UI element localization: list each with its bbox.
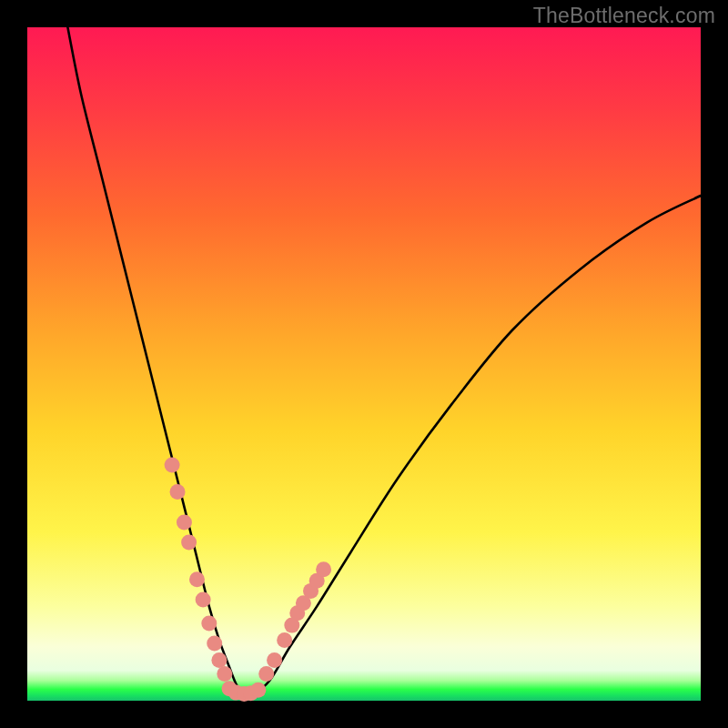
highlight-dot — [189, 571, 205, 587]
highlight-dot — [177, 514, 192, 530]
highlight-dot — [250, 682, 266, 698]
plot-area — [27, 27, 701, 701]
bottleneck-curve — [67, 27, 701, 695]
watermark-text: TheBottleneck.com — [533, 4, 715, 28]
highlight-dot — [207, 636, 222, 652]
highlight-dot — [258, 666, 274, 682]
chart-svg — [27, 27, 701, 701]
chart-frame: TheBottleneck.com — [0, 0, 728, 728]
highlight-dots-bottom — [222, 681, 267, 702]
highlight-dot — [211, 652, 227, 668]
highlight-dot — [316, 561, 331, 577]
highlight-dot — [267, 652, 282, 668]
highlight-dot — [277, 632, 292, 648]
highlight-dots-right — [258, 561, 331, 682]
highlight-dot — [217, 666, 232, 682]
highlight-dot — [165, 458, 180, 473]
highlight-dot — [181, 535, 197, 551]
highlight-dot — [170, 484, 186, 500]
highlight-dot — [196, 592, 211, 608]
highlight-dot — [201, 615, 217, 631]
